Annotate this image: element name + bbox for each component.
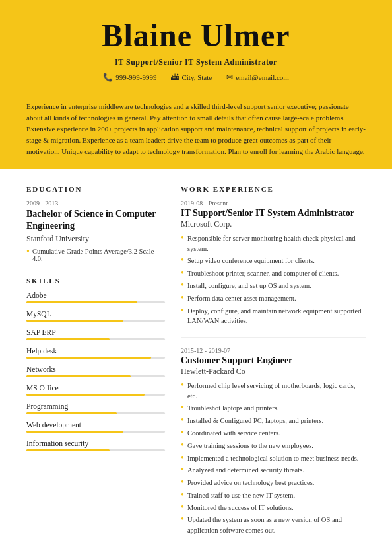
skill-bar-fill xyxy=(26,301,137,303)
header-contact: 📞 999-999-9999 🏙 City, State ✉ email@ema… xyxy=(26,73,366,83)
skill-bar-bg xyxy=(26,394,165,396)
bullet-icon: • xyxy=(181,268,184,279)
skill-bar-fill xyxy=(26,412,117,414)
skill-bar-bg xyxy=(26,412,165,414)
header-name: Blaine Ulmer xyxy=(26,18,366,54)
education-date: 2009 - 2013 xyxy=(26,200,165,207)
job-bullet: • Analyzed and determined security threa… xyxy=(181,465,366,476)
contact-email: ✉ email@email.com xyxy=(226,73,289,83)
job-bullet: • Updated the system as soon as a new ve… xyxy=(181,515,366,536)
job-company: Microsoft Corp. xyxy=(181,219,366,229)
email-icon: ✉ xyxy=(226,73,233,83)
skill-item: Information security xyxy=(26,439,165,451)
skills-section: SKILLS Adobe MySQL SAP ERP Help desk Net… xyxy=(26,277,165,451)
skill-name: Help desk xyxy=(26,347,165,355)
job-bullet: • Monitored the success of IT solutions. xyxy=(181,503,366,513)
skill-item: SAP ERP xyxy=(26,328,165,340)
bullet-icon: • xyxy=(181,453,184,464)
skill-name: MySQL xyxy=(26,310,165,318)
skill-item: Adobe xyxy=(26,291,165,303)
skill-bar-bg xyxy=(26,301,165,303)
job-bullet: • Responsible for server monitoring heal… xyxy=(181,233,366,254)
bullet-icon: • xyxy=(181,502,184,513)
job-bullet: • Provided advice on technology best pra… xyxy=(181,478,366,488)
location-icon: 🏙 xyxy=(171,73,179,83)
skill-name: MS Office xyxy=(26,384,165,392)
job-bullet: • Performed chip level servicing of moth… xyxy=(181,381,366,402)
job-bullet: • Trained staff to use the new IT system… xyxy=(181,490,366,501)
bullet-icon: • xyxy=(181,477,184,488)
work-section-title: WORK EXPERIENCE xyxy=(181,185,366,193)
contact-location: 🏙 City, State xyxy=(171,73,212,83)
job-company: Hewlett-Packard Co xyxy=(181,367,366,377)
skill-bar-fill xyxy=(26,357,151,359)
summary-section: Experience in enterprise middleware tech… xyxy=(0,94,392,169)
skill-bar-fill xyxy=(26,338,110,340)
bullet-icon: • xyxy=(181,440,184,451)
job-bullet: • Perform data center asset management. xyxy=(181,293,366,304)
skill-bar-fill xyxy=(26,449,110,451)
bullet-icon: • xyxy=(181,293,184,304)
job-bullet: • Setup video conference equipment for c… xyxy=(181,256,366,266)
bullet-icon: • xyxy=(181,280,184,291)
job-date: 2019-08 - Present xyxy=(181,200,366,207)
header-title: IT Support/Senior IT System Administrato… xyxy=(26,57,366,67)
job-title: IT Support/Senior IT System Administrato… xyxy=(181,208,366,219)
phone-icon: 📞 xyxy=(103,73,113,83)
skills-section-title: SKILLS xyxy=(26,277,165,285)
skill-item: Programming xyxy=(26,402,165,414)
job-bullet: • Implemented a technological solution t… xyxy=(181,453,366,464)
skill-item: Web development xyxy=(26,421,165,433)
job-bullet: • Troubleshot laptops and printers. xyxy=(181,403,366,414)
skill-item: MS Office xyxy=(26,384,165,396)
skill-name: Web development xyxy=(26,421,165,429)
education-gpa: • Cumulative Grade Points Average/3.2 Sc… xyxy=(26,248,165,262)
skill-bar-bg xyxy=(26,449,165,451)
job-item: 2015-12 - 2019-07 Customer Support Engin… xyxy=(181,337,366,536)
skill-bar-fill xyxy=(26,375,131,377)
job-title: Customer Support Engineer xyxy=(181,355,366,367)
skill-name: SAP ERP xyxy=(26,328,165,336)
skill-name: Adobe xyxy=(26,291,165,299)
skill-bar-bg xyxy=(26,357,165,359)
bullet-icon: • xyxy=(181,427,184,439)
job-bullet: • Troubleshoot printer, scanner, and com… xyxy=(181,268,366,279)
bullet-icon: • xyxy=(181,233,184,244)
job-bullet: • Coordinated with service centers. xyxy=(181,428,366,439)
bullet-icon: • xyxy=(181,490,184,501)
skill-name: Information security xyxy=(26,439,165,447)
skill-item: Help desk xyxy=(26,347,165,359)
bullet-icon: • xyxy=(181,402,184,414)
job-item: 2019-08 - Present IT Support/Senior IT S… xyxy=(181,200,366,326)
work-experience-section: WORK EXPERIENCE 2019-08 - Present IT Sup… xyxy=(181,185,366,536)
skill-bar-bg xyxy=(26,375,165,377)
education-degree: Bachelor of Science in Computer Engineer… xyxy=(26,208,165,232)
job-bullet: • Gave training sessions to the new empl… xyxy=(181,441,366,451)
contact-phone: 📞 999-999-9999 xyxy=(103,73,156,83)
header-section: Blaine Ulmer IT Support/Senior IT System… xyxy=(0,0,392,94)
skill-name: Programming xyxy=(26,402,165,410)
gpa-bullet: • xyxy=(26,247,30,256)
job-bullet: • Install, configure, and set up OS and … xyxy=(181,281,366,291)
skill-name: Networks xyxy=(26,365,165,373)
bullet-icon: • xyxy=(181,305,184,316)
education-school: Stanford University xyxy=(26,234,165,244)
skill-bar-bg xyxy=(26,338,165,340)
summary-text: Experience in enterprise middleware tech… xyxy=(26,102,366,155)
bullet-icon: • xyxy=(181,464,184,476)
skill-bar-bg xyxy=(26,431,165,433)
skill-item: MySQL xyxy=(26,310,165,322)
education-section: EDUCATION 2009 - 2013 Bachelor of Scienc… xyxy=(26,185,165,262)
bullet-icon: • xyxy=(181,255,184,266)
skill-bar-bg xyxy=(26,320,165,322)
bullet-icon: • xyxy=(181,380,184,391)
bullet-icon: • xyxy=(181,514,184,525)
job-bullet: • Installed & Configured PC, laptops, an… xyxy=(181,416,366,426)
job-date: 2015-12 - 2019-07 xyxy=(181,347,366,354)
bullet-icon: • xyxy=(181,415,184,426)
job-bullet: • Deploy, configure, and maintain networ… xyxy=(181,306,366,327)
skill-bar-fill xyxy=(26,394,145,396)
education-section-title: EDUCATION xyxy=(26,185,165,193)
skill-bar-fill xyxy=(26,431,123,433)
skill-bar-fill xyxy=(26,320,123,322)
